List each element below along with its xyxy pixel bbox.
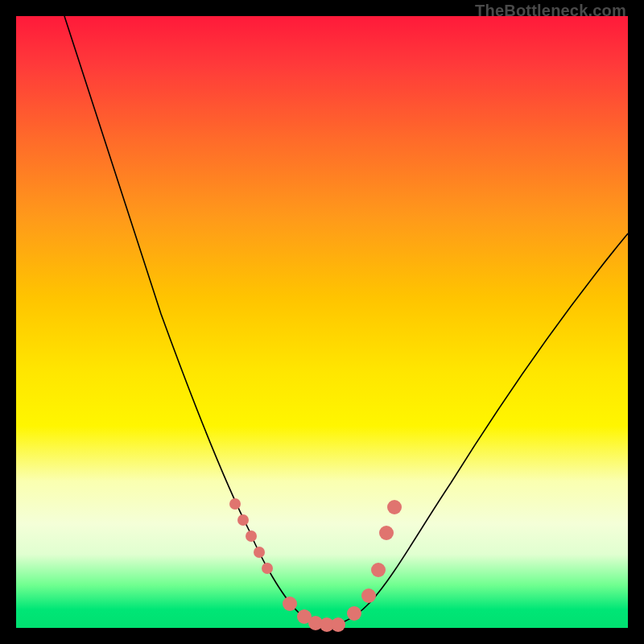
marker-dot (379, 526, 394, 540)
marker-dot (254, 547, 265, 558)
marker-group (229, 498, 402, 632)
marker-dot (331, 617, 345, 632)
attribution-text: TheBottleneck.com (475, 2, 626, 20)
marker-dot (347, 606, 361, 621)
marker-dot (237, 514, 249, 526)
marker-dot (371, 563, 386, 577)
plot-area (16, 16, 628, 628)
marker-dot (361, 588, 376, 603)
chart-svg (16, 16, 628, 628)
marker-dot (262, 563, 273, 574)
bottleneck-curve (64, 16, 628, 625)
marker-dot (387, 500, 402, 514)
marker-dot (229, 498, 241, 510)
marker-dot (283, 597, 297, 611)
marker-dot (246, 530, 257, 542)
